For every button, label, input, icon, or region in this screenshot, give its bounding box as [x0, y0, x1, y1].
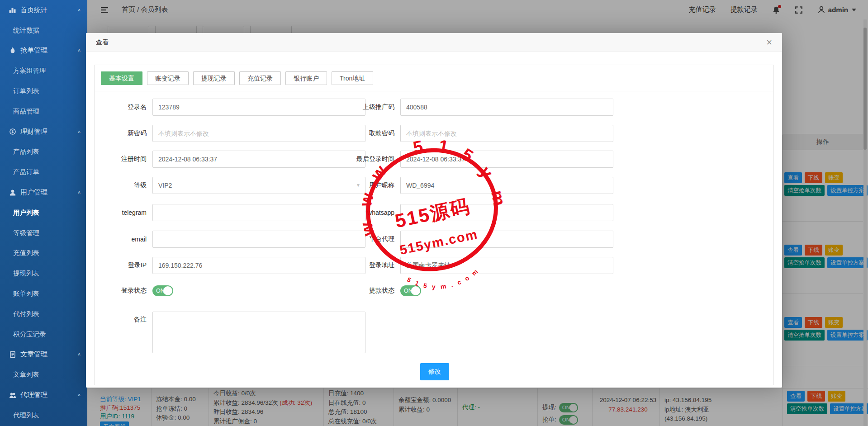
sidebar-item-article-list[interactable]: 文章列表 [0, 364, 87, 385]
telegram-label: telegram [95, 209, 152, 216]
login-ip-field[interactable] [152, 257, 365, 274]
sidebar-item-product-orders[interactable]: 产品订单 [0, 162, 87, 182]
sidebar-item-points-record[interactable]: 积分宝记录 [0, 324, 87, 345]
tab-bank-account[interactable]: 银行账户 [285, 71, 327, 85]
tab-recharge-records[interactable]: 充值记录 [239, 71, 281, 85]
agents-icon [9, 392, 16, 399]
remark-textarea[interactable] [152, 312, 365, 353]
sidebar: 首页统计 ∧ 统计数据 抢单管理 ∧ 方案组管理 订单列表 商品管理 理财管理 … [0, 0, 87, 426]
submit-button[interactable]: 修改 [420, 363, 449, 380]
chevron-up-icon: ∧ [77, 190, 81, 194]
chevron-up-icon: ∧ [77, 48, 81, 53]
login-ip-label: 登录IP [95, 261, 152, 270]
sidebar-item-agent-list[interactable]: 代理列表 [0, 405, 87, 426]
chart-icon [9, 6, 16, 14]
sidebar-item-home-stats[interactable]: 首页统计 ∧ [0, 0, 87, 20]
nickname-label: 用户昵称 [339, 181, 400, 189]
sidebar-item-label: 首页统计 [20, 6, 47, 14]
last-login-time-field[interactable] [400, 151, 613, 168]
modal-title: 查看 [96, 38, 109, 47]
sidebar-item-finance-mgmt[interactable]: 理财管理 ∧ [0, 122, 87, 142]
email-field[interactable] [152, 231, 365, 248]
withdraw-status-toggle[interactable]: ON [400, 285, 421, 296]
tab-basic-settings[interactable]: 基本设置 [101, 71, 142, 85]
parent-code-label: 上级推广码 [339, 103, 400, 111]
sidebar-item-order-list[interactable]: 订单列表 [0, 81, 87, 101]
platform-agent-label: 平台代理 [339, 235, 400, 243]
sidebar-item-level-mgmt[interactable]: 等级管理 [0, 223, 87, 243]
register-time-label: 注册时间 [95, 155, 152, 163]
level-select[interactable] [152, 177, 365, 194]
sidebar-item-plan-group[interactable]: 方案组管理 [0, 61, 87, 81]
platform-agent-field[interactable] [400, 231, 613, 248]
tab-tron-address[interactable]: Tron地址 [332, 71, 373, 85]
withdraw-password-field[interactable] [400, 125, 613, 142]
chevron-up-icon: ∧ [77, 129, 81, 134]
login-address-field[interactable] [400, 257, 613, 274]
whatsapp-label: whatsapp [339, 209, 400, 216]
nickname-field[interactable] [400, 177, 613, 194]
telegram-field[interactable] [152, 204, 365, 221]
whatsapp-field[interactable] [400, 204, 613, 221]
sidebar-item-stats-data[interactable]: 统计数据 [0, 20, 87, 41]
login-name-field[interactable] [152, 99, 365, 116]
login-address-label: 登录地址 [339, 261, 400, 270]
chevron-up-icon: ∧ [77, 352, 81, 357]
sidebar-item-user-mgmt[interactable]: 用户管理 ∧ [0, 182, 87, 203]
login-status-toggle[interactable]: ON [152, 285, 173, 296]
sidebar-item-recharge-list[interactable]: 充值列表 [0, 243, 87, 264]
chevron-up-icon: ∧ [77, 8, 81, 12]
close-icon[interactable]: × [766, 37, 772, 48]
modal-card: 基本设置 账变记录 提现记录 充值记录 银行账户 Tron地址 登录名 上级推广… [94, 65, 774, 385]
login-status-label: 登录状态 [95, 287, 152, 295]
sidebar-item-payment-list[interactable]: 代付列表 [0, 304, 87, 324]
remark-label: 备注 [95, 312, 152, 324]
register-time-field[interactable] [152, 151, 365, 168]
sidebar-item-withdraw-list[interactable]: 提现列表 [0, 263, 87, 284]
sidebar-item-bill-list[interactable]: 账单列表 [0, 284, 87, 304]
tab-account-changes[interactable]: 账变记录 [147, 71, 189, 85]
parent-code-field[interactable] [400, 99, 613, 116]
chevron-up-icon: ∧ [77, 393, 81, 397]
sidebar-item-article-mgmt[interactable]: 文章管理 ∧ [0, 345, 87, 365]
sidebar-item-grab-mgmt[interactable]: 抢单管理 ∧ [0, 41, 87, 61]
login-name-label: 登录名 [95, 103, 152, 111]
modal-header: 查看 [86, 33, 782, 52]
tab-bar: 基本设置 账变记录 提现记录 充值记录 银行账户 Tron地址 [101, 71, 373, 85]
fire-icon [9, 47, 16, 54]
view-user-modal: 查看 × 基本设置 账变记录 提现记录 充值记录 银行账户 Tron地址 登录名… [86, 33, 782, 388]
email-label: email [95, 236, 152, 243]
user-icon [9, 189, 16, 196]
sidebar-item-goods-mgmt[interactable]: 商品管理 [0, 101, 87, 122]
new-password-label: 新密码 [95, 129, 152, 137]
sidebar-item-product-list[interactable]: 产品列表 [0, 142, 87, 162]
new-password-field[interactable] [152, 125, 365, 142]
sidebar-item-agent-mgmt[interactable]: 代理管理 ∧ [0, 385, 87, 405]
article-icon [9, 351, 16, 358]
sidebar-item-user-list[interactable]: 用户列表 [0, 203, 87, 223]
tab-withdraw-records[interactable]: 提现记录 [193, 71, 235, 85]
finance-icon [9, 128, 16, 135]
last-login-time-label: 最后登录时间 [339, 155, 400, 163]
withdraw-status-label: 提款状态 [339, 287, 400, 295]
level-label: 等级 [95, 181, 152, 189]
withdraw-password-label: 取款密码 [339, 129, 400, 137]
